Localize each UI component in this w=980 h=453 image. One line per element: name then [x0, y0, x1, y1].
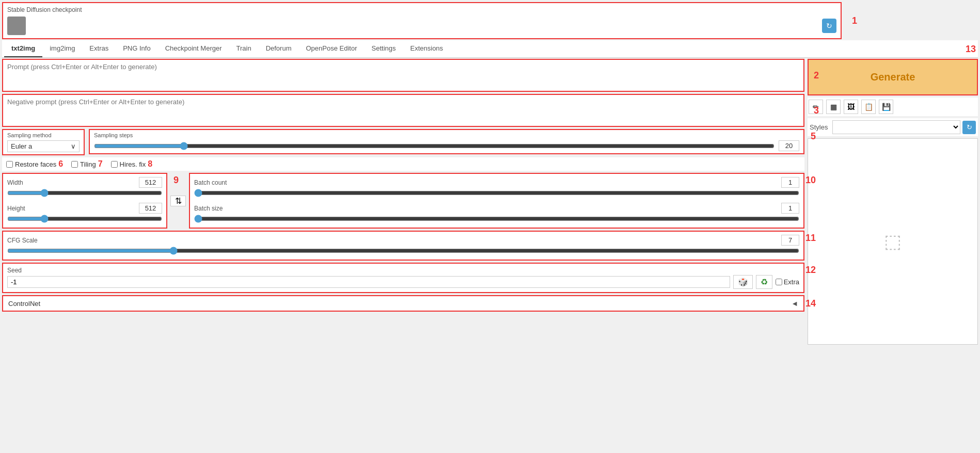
batch-size-slider[interactable] [194, 215, 799, 223]
styles-refresh-button[interactable]: ↻ [962, 121, 976, 134]
extra-checkbox[interactable] [776, 279, 782, 285]
batch-count-value: 1 [781, 177, 799, 188]
sampling-steps-value: 20 [779, 140, 799, 151]
controlnet-arrow: ◄ [791, 299, 798, 308]
width-slider[interactable] [7, 189, 162, 197]
width-label: Width [7, 179, 23, 186]
image-button[interactable]: 🖼 [844, 100, 858, 114]
image-output: ⬚ [808, 138, 978, 345]
tab-img2img[interactable]: img2img [42, 40, 82, 57]
tiling-checkbox-container: Tiling 7 [71, 159, 103, 169]
checkpoint-thumbnail [7, 17, 26, 35]
cfg-scale-slider[interactable] [7, 247, 799, 255]
batch-badge: 10 [805, 175, 816, 186]
negative-prompt-input[interactable] [7, 98, 799, 121]
prompt-input[interactable] [7, 63, 799, 86]
tiling-badge: 7 [98, 159, 103, 169]
seed-dice-button[interactable]: 🎲 [733, 275, 753, 289]
styles-label: Styles [810, 123, 830, 131]
hires-fix-badge: 8 [148, 159, 152, 169]
seed-badge: 12 [805, 265, 816, 276]
clipboard-button[interactable]: 📋 [861, 100, 876, 114]
tab-extras[interactable]: Extras [82, 40, 116, 57]
extra-label: Extra [784, 278, 799, 286]
hires-fix-checkbox-container: Hires. fix 8 [111, 159, 152, 169]
checkpoint-badge: 1 [852, 15, 857, 26]
save-button[interactable]: 💾 [879, 100, 893, 114]
seed-recycle-button[interactable]: ♻ [756, 275, 772, 289]
swap-dimensions-button[interactable]: ⇅ [170, 196, 186, 206]
sampling-steps-badge: 5 [811, 131, 816, 142]
styles-select[interactable] [832, 120, 960, 134]
trash-button[interactable]: ▦ [826, 100, 841, 114]
sampling-method-label: Sampling method [7, 132, 80, 138]
controlnet-label: ControlNet [8, 300, 40, 308]
dimensions-badge: 9 [173, 175, 179, 186]
controlnet-badge: 14 [805, 298, 816, 309]
seed-input[interactable] [7, 276, 730, 288]
tiling-checkbox[interactable] [71, 161, 78, 168]
prompt-badge: 2 [814, 70, 819, 81]
generate-button[interactable]: Generate [808, 59, 978, 95]
batch-size-value: 1 [781, 203, 799, 214]
tab-train[interactable]: Train [229, 40, 259, 57]
batch-count-slider[interactable] [194, 189, 799, 197]
restore-faces-checkbox[interactable] [6, 161, 13, 168]
checkpoint-refresh-button[interactable]: ↻ [822, 19, 836, 33]
cfg-scale-value: 7 [781, 235, 799, 246]
seed-label: Seed [7, 267, 799, 274]
width-value: 512 [139, 177, 162, 188]
tab-deforum[interactable]: Deforum [259, 40, 299, 57]
tab-settings[interactable]: Settings [365, 40, 403, 57]
height-label: Height [7, 205, 25, 212]
negative-prompt-badge: 3 [814, 105, 819, 116]
controlnet-bar[interactable]: ControlNet ◄ [2, 295, 804, 312]
extra-label-wrapper: Extra [776, 278, 799, 286]
height-slider[interactable] [7, 215, 162, 223]
sampling-method-chevron: ∨ [71, 142, 76, 150]
hires-fix-checkbox[interactable] [111, 161, 118, 168]
sampling-method-select[interactable]: Euler a ∨ [7, 140, 80, 152]
tab-openpose[interactable]: OpenPose Editor [299, 40, 365, 57]
tab-checkpoint-merger[interactable]: Checkpoint Merger [158, 40, 229, 57]
batch-count-label: Batch count [194, 179, 227, 186]
cfg-scale-label: CFG Scale [7, 237, 38, 244]
tabs-badge: 13 [966, 43, 976, 54]
tiling-label: Tiling [80, 160, 96, 168]
image-placeholder-icon: ⬚ [884, 231, 902, 252]
cfg-badge: 11 [805, 233, 816, 244]
restore-faces-badge: 6 [58, 159, 63, 169]
tab-extensions[interactable]: Extensions [403, 40, 451, 57]
checkpoint-label: Stable Diffusion checkpoint [7, 6, 836, 13]
hires-fix-label: Hires. fix [120, 160, 146, 168]
tab-png-info[interactable]: PNG Info [116, 40, 157, 57]
sampling-steps-slider[interactable] [94, 142, 774, 150]
height-value: 512 [139, 203, 162, 214]
restore-faces-label: Restore faces [15, 160, 56, 168]
batch-size-label: Batch size [194, 205, 223, 212]
restore-faces-checkbox-container: Restore faces 6 [6, 159, 63, 169]
tab-txt2img[interactable]: txt2img [4, 40, 42, 57]
sampling-steps-label: Sampling steps [94, 132, 799, 138]
